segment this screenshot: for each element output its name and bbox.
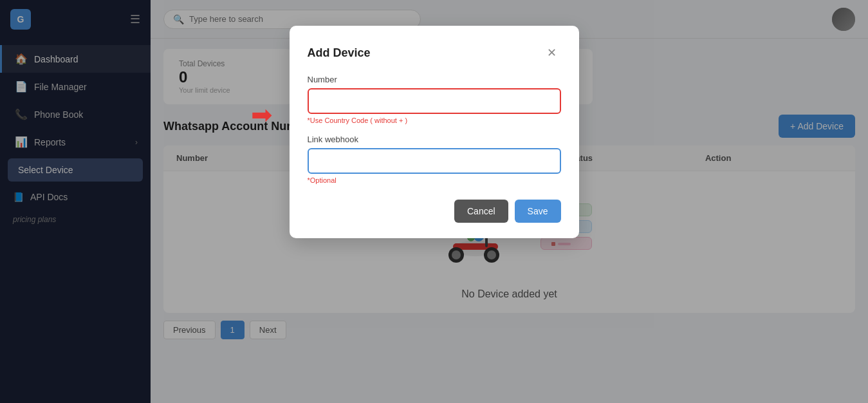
cancel-button[interactable]: Cancel [454, 200, 508, 223]
modal-footer: Cancel Save [308, 200, 561, 223]
modal-overlay[interactable]: ➡ Add Device ✕ Number *Use Country Code … [0, 0, 868, 403]
number-label: Number [308, 75, 561, 84]
arrow-indicator: ➡ [251, 100, 273, 129]
modal-title: Add Device [308, 46, 371, 60]
number-input[interactable] [308, 88, 561, 114]
webhook-input[interactable] [308, 148, 561, 174]
modal-header: Add Device ✕ [308, 44, 561, 62]
add-device-modal: Add Device ✕ Number *Use Country Code ( … [290, 26, 579, 238]
webhook-label: Link webhook [308, 135, 561, 144]
webhook-hint: *Optional [308, 176, 561, 184]
number-form-group: Number *Use Country Code ( without + ) [308, 75, 561, 124]
webhook-form-group: Link webhook *Optional [308, 135, 561, 184]
modal-close-button[interactable]: ✕ [543, 44, 561, 62]
save-button[interactable]: Save [515, 200, 561, 223]
number-hint: *Use Country Code ( without + ) [308, 117, 561, 124]
